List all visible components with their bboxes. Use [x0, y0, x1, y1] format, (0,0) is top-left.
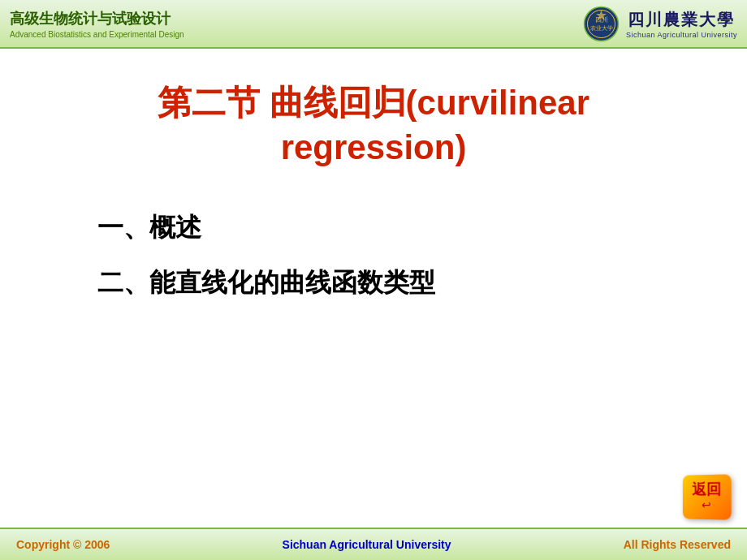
header-left: 高级生物统计与试验设计 Advanced Biostatistics and E…	[10, 9, 184, 39]
footer-university: Sichuan Agricultural University	[283, 538, 451, 551]
header: 高级生物统计与试验设计 Advanced Biostatistics and E…	[0, 0, 747, 49]
slide-title-line1: 第二节 曲线回归(curvilinear	[158, 84, 589, 122]
university-name: 四川農業大學 Sichuan Agricultural University	[626, 9, 737, 39]
return-label: 返回	[692, 482, 721, 497]
university-name-en: Sichuan Agricultural University	[626, 31, 737, 39]
slide-title: 第二节 曲线回归(curvilinear regression)	[65, 81, 682, 170]
main-content: 第二节 曲线回归(curvilinear regression) 一、概述 二、…	[0, 49, 747, 528]
footer-copyright: Copyright © 2006	[16, 538, 110, 551]
svg-text:农业大学: 农业大学	[589, 25, 612, 32]
footer: Copyright © 2006 Sichuan Agricultural Un…	[0, 528, 747, 560]
university-emblem-icon: 四川 农业大学	[583, 6, 620, 42]
return-button-inner[interactable]: 返回 ↩	[683, 474, 732, 519]
course-title-cn: 高级生物统计与试验设计	[10, 9, 184, 28]
section-1: 一、概述	[97, 210, 682, 246]
section-2: 二、能直线化的曲线函数类型	[97, 265, 682, 301]
return-button[interactable]: 返回 ↩	[682, 475, 731, 519]
university-name-cn: 四川農業大學	[628, 9, 735, 31]
course-title-en: Advanced Biostatistics and Experimental …	[10, 30, 184, 39]
header-right: 四川 农业大学 四川農業大學 Sichuan Agricultural Univ…	[583, 6, 737, 42]
return-arrow-icon: ↩	[702, 498, 711, 512]
footer-rights: All Rights Reserved	[624, 538, 731, 551]
slide-title-line2: regression)	[281, 128, 467, 166]
